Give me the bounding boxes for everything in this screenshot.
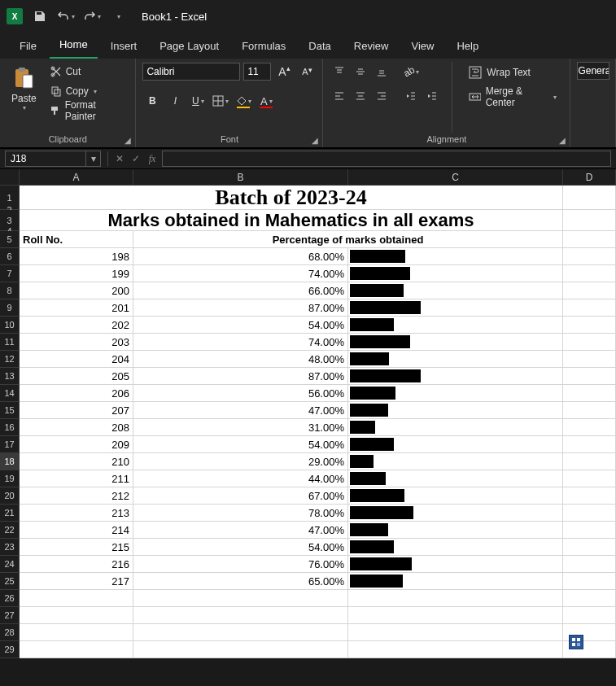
copy-button[interactable]: Copy ▾ xyxy=(46,81,129,101)
bold-button[interactable]: B xyxy=(142,91,162,111)
cell[interactable] xyxy=(563,573,616,590)
cell[interactable] xyxy=(563,248,616,265)
column-header[interactable]: B xyxy=(133,169,348,185)
cell[interactable] xyxy=(348,607,563,624)
cell-roll[interactable]: 200 xyxy=(20,282,133,299)
font-dialog-launcher[interactable]: ◢ xyxy=(309,134,321,146)
name-box[interactable] xyxy=(5,151,86,167)
cell-percentage[interactable]: 29.00% xyxy=(133,453,348,470)
row-header[interactable]: 28 xyxy=(0,624,20,641)
enter-formula-button[interactable]: ✓ xyxy=(128,149,144,168)
cell-roll[interactable]: 198 xyxy=(20,248,133,265)
cell-roll[interactable]: 204 xyxy=(20,351,133,368)
cell[interactable] xyxy=(563,436,616,453)
cell-percentage[interactable]: 48.00% xyxy=(133,351,348,368)
tab-home[interactable]: Home xyxy=(50,33,98,59)
row-header[interactable]: 21 xyxy=(0,505,20,522)
cell-percentage[interactable]: 76.00% xyxy=(133,556,348,573)
row-header[interactable]: 14 xyxy=(0,385,20,402)
cut-button[interactable]: Cut xyxy=(46,62,129,81)
cell[interactable] xyxy=(133,607,348,624)
cell[interactable] xyxy=(348,641,563,658)
row-header[interactable]: 27 xyxy=(0,607,20,624)
cell[interactable] xyxy=(563,317,616,334)
cell[interactable] xyxy=(563,210,616,231)
cell-databar[interactable] xyxy=(348,282,563,299)
cell[interactable] xyxy=(563,453,616,470)
align-left-button[interactable] xyxy=(330,86,349,106)
cell-percentage[interactable]: 44.00% xyxy=(133,470,348,487)
cell-databar[interactable] xyxy=(348,265,563,282)
cell-roll[interactable]: 208 xyxy=(20,419,133,436)
cell[interactable] xyxy=(563,299,616,317)
cell-databar[interactable] xyxy=(348,505,563,522)
clipboard-dialog-launcher[interactable]: ◢ xyxy=(122,134,133,146)
save-button[interactable] xyxy=(29,6,50,27)
row-header[interactable]: 8 xyxy=(0,282,20,299)
cell[interactable] xyxy=(563,539,616,556)
cell[interactable] xyxy=(563,590,616,607)
cell-databar[interactable] xyxy=(348,248,563,265)
align-bottom-button[interactable] xyxy=(372,62,391,81)
cell[interactable] xyxy=(20,590,133,607)
cell[interactable] xyxy=(133,624,348,641)
cell-roll[interactable]: 203 xyxy=(20,334,133,351)
cell-databar[interactable] xyxy=(348,368,563,385)
cell[interactable] xyxy=(20,624,133,641)
cell[interactable] xyxy=(563,419,616,436)
cell-roll[interactable]: 215 xyxy=(20,539,133,556)
row-header[interactable]: 24 xyxy=(0,556,20,573)
row-header[interactable]: 23 xyxy=(0,539,20,556)
tab-file[interactable]: File xyxy=(10,35,46,59)
cell-databar[interactable] xyxy=(348,402,563,419)
row-header[interactable]: 20 xyxy=(0,487,20,505)
cell-percentage[interactable]: 47.00% xyxy=(133,402,348,419)
name-box-dropdown[interactable]: ▾ xyxy=(86,151,101,167)
italic-button[interactable]: I xyxy=(165,91,185,111)
cell-roll[interactable]: 206 xyxy=(20,385,133,402)
paste-button[interactable]: Paste ▾ xyxy=(7,62,42,115)
row-header[interactable]: 15 xyxy=(0,402,20,419)
row-header[interactable]: 13 xyxy=(0,368,20,385)
cell-percentage[interactable]: 54.00% xyxy=(133,539,348,556)
row-header[interactable]: 5 xyxy=(0,231,20,248)
cancel-formula-button[interactable]: ✕ xyxy=(111,149,128,168)
cell-percentage[interactable]: 54.00% xyxy=(133,317,348,334)
cell-databar[interactable] xyxy=(348,487,563,505)
cell-databar[interactable] xyxy=(348,419,563,436)
align-center-button[interactable] xyxy=(351,86,370,106)
cell-databar[interactable] xyxy=(348,299,563,317)
row-header[interactable]: 19 xyxy=(0,470,20,487)
cell[interactable] xyxy=(563,505,616,522)
cell-databar[interactable] xyxy=(348,522,563,539)
cell[interactable] xyxy=(563,282,616,299)
cell-roll[interactable]: 211 xyxy=(20,470,133,487)
cell-percentage[interactable]: 31.00% xyxy=(133,419,348,436)
tab-help[interactable]: Help xyxy=(447,35,488,59)
cell-roll[interactable]: 212 xyxy=(20,487,133,505)
cell-databar[interactable] xyxy=(348,317,563,334)
column-header[interactable]: C xyxy=(348,169,563,185)
formula-input[interactable] xyxy=(162,151,611,167)
row-header[interactable]: 10 xyxy=(0,317,20,334)
row-header[interactable]: 16 xyxy=(0,419,20,436)
cell[interactable] xyxy=(133,590,348,607)
row-header[interactable]: 17 xyxy=(0,436,20,453)
increase-indent-button[interactable] xyxy=(422,86,442,106)
tab-data[interactable]: Data xyxy=(299,35,340,59)
underline-button[interactable]: U▾ xyxy=(188,91,208,111)
borders-button[interactable]: ▾ xyxy=(211,91,230,111)
align-middle-button[interactable] xyxy=(351,62,370,81)
cell-roll[interactable]: 217 xyxy=(20,573,133,590)
cell[interactable] xyxy=(563,556,616,573)
tab-view[interactable]: View xyxy=(401,35,443,59)
cell[interactable] xyxy=(563,334,616,351)
wrap-text-button[interactable]: Wrap Text xyxy=(462,62,563,83)
cell-roll[interactable]: 205 xyxy=(20,368,133,385)
orientation-button[interactable]: ab▾ xyxy=(401,62,421,81)
undo-button[interactable]: ▾ xyxy=(55,6,76,27)
cell[interactable] xyxy=(563,368,616,385)
row-header[interactable]: 6 xyxy=(0,248,20,265)
cell-percentage[interactable]: 54.00% xyxy=(133,436,348,453)
cell-roll[interactable]: 210 xyxy=(20,453,133,470)
